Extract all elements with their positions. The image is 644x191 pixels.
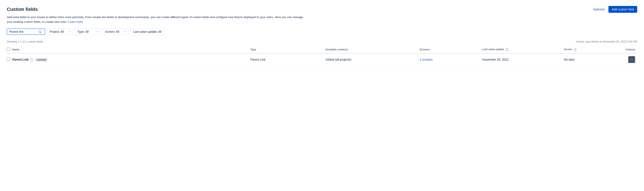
page-header: Custom fields Optimize Add custom field <box>7 6 637 13</box>
learn-more-link[interactable]: Learn more <box>68 20 83 23</box>
search-box[interactable] <box>7 28 45 35</box>
row-checkbox[interactable] <box>7 58 10 61</box>
col-header-screens: Screens <box>418 46 480 53</box>
page-description: Add extra fields to your issues to defin… <box>7 15 305 24</box>
field-type-cell: Parent Link <box>248 53 324 66</box>
project-filter[interactable]: Project: All <box>47 28 73 35</box>
col-header-last-value: Last value update i <box>480 46 562 53</box>
field-name-cell: Parent Link i LOCKED <box>10 53 248 66</box>
svg-line-1 <box>41 32 42 33</box>
col-header-issues: Issues i <box>562 46 606 53</box>
table-row: Parent Link i LOCKED Parent Link Global … <box>7 53 637 66</box>
search-icon <box>38 30 42 33</box>
table-container: Name Type Available contexts Screens Las… <box>7 46 637 66</box>
header-checkbox-col <box>7 46 10 53</box>
svg-point-0 <box>39 31 41 32</box>
refresh-text: Issues: last refresh on November 25, 202… <box>576 40 637 43</box>
field-context-cell: Global (all projects) <box>324 53 418 66</box>
showing-text: Showing 1-1 of 1 custom fields <box>7 40 43 43</box>
screens-link[interactable]: 2 screens <box>420 58 433 61</box>
field-issues-cell: No data <box>562 53 606 66</box>
optimize-link[interactable]: Optimize <box>593 8 605 11</box>
actions-menu-button[interactable]: ⋯ <box>628 56 635 63</box>
add-custom-field-button[interactable]: Add custom field <box>608 6 638 13</box>
field-screens-cell: 2 screens <box>418 53 480 66</box>
locked-badge: LOCKED <box>35 58 48 61</box>
filters-bar: Project: All Type: All Screen: All Last … <box>7 28 637 35</box>
type-filter[interactable]: Type: All <box>75 28 100 35</box>
issues-info-icon[interactable]: i <box>574 48 576 51</box>
page-title: Custom fields <box>7 6 38 12</box>
header-actions: Optimize Add custom field <box>593 6 637 13</box>
col-header-contexts: Available contexts <box>324 46 418 53</box>
select-all-checkbox[interactable] <box>7 47 10 51</box>
col-header-type: Type <box>248 46 324 53</box>
col-header-actions: Actions <box>606 46 637 53</box>
table-header-row: Name Type Available contexts Screens Las… <box>7 46 637 53</box>
search-input[interactable] <box>9 30 37 33</box>
row-checkbox-col <box>7 53 10 66</box>
last-value-info-icon[interactable]: i <box>506 48 508 51</box>
screen-filter[interactable]: Screen: All <box>103 28 128 35</box>
custom-fields-table: Name Type Available contexts Screens Las… <box>7 46 637 66</box>
field-actions-cell: ⋯ <box>606 53 637 66</box>
field-name: Parent Link <box>12 58 28 61</box>
last-value-filter[interactable]: Last value update: All <box>130 28 164 35</box>
field-last-value-cell: November 25, 2022 <box>480 53 562 66</box>
field-info-icon[interactable]: i <box>30 58 33 61</box>
table-meta-row: Showing 1-1 of 1 custom fields Issues: l… <box>7 40 637 45</box>
col-header-name: Name <box>10 46 248 53</box>
